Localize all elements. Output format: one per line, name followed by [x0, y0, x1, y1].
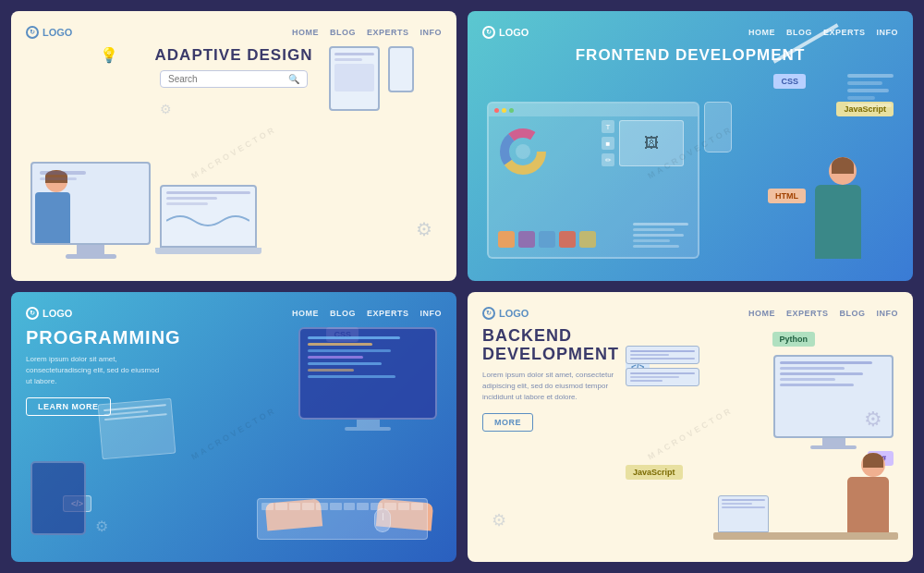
tool-icon-3: ✏: [602, 153, 614, 166]
logo-text-1: LOGO: [43, 27, 72, 38]
nav-info-2[interactable]: INFO: [877, 28, 899, 37]
key: [411, 503, 423, 510]
rline-3: [847, 89, 889, 92]
nav-experts-1[interactable]: EXPERTS: [367, 28, 409, 37]
nav-blog-4[interactable]: BLOG: [840, 309, 866, 318]
nav-info-3[interactable]: INFO: [420, 309, 443, 318]
dl-line: [722, 499, 765, 501]
nav-home-2[interactable]: HOME: [748, 28, 775, 37]
search-icon: 🔍: [288, 74, 299, 84]
cp-line: [630, 354, 669, 356]
logo-text-2: LOGO: [499, 27, 529, 38]
nav-info-1[interactable]: INFO: [420, 28, 443, 37]
hair-4: [863, 453, 883, 468]
card-4-nav: ↻ LOGO HOME EXPERTS BLOG INFO: [482, 307, 898, 320]
tablet-prog: [30, 461, 86, 535]
desk-laptop: [718, 495, 769, 532]
monitor-base-3: [345, 427, 391, 431]
js-badge-4: JavaScript: [626, 465, 683, 480]
search-input[interactable]: [168, 74, 288, 84]
bcode-5: [780, 384, 854, 386]
card-3-body: PROGRAMMING Lorem ipsum dolor sit amet, …: [26, 327, 442, 540]
logo-3: ↻ LOGO: [26, 307, 72, 320]
tool-icon-2: ■: [602, 137, 614, 150]
nav-blog-1[interactable]: BLOG: [330, 28, 356, 37]
nav-blog-2[interactable]: BLOG: [786, 28, 812, 37]
desk-laptop-screen: [719, 496, 768, 511]
key: [302, 503, 314, 510]
card-1-nav: ↻ LOGO HOME BLOG EXPERTS INFO: [26, 26, 442, 39]
card-3-desc: Lorem ipsum dolor sit amet, consectetura…: [26, 354, 164, 387]
key: [275, 503, 287, 510]
mouse-line: [383, 513, 383, 520]
svg-point-3: [516, 144, 530, 159]
right-code-lines: [847, 74, 898, 107]
gear-icon-2: ⚙: [160, 102, 172, 116]
watermark-3: MACROVECTOR: [189, 406, 277, 462]
card-programming: ↻ LOGO HOME BLOG EXPERTS INFO PROGRAMMIN…: [11, 292, 456, 562]
nav-home-4[interactable]: HOME: [748, 309, 775, 318]
card-1-title-area: ADAPTIVE DESIGN 🔍: [26, 46, 442, 88]
browser-bar: [489, 104, 698, 116]
card-3-nav: ↻ LOGO HOME BLOG EXPERTS INFO: [26, 307, 442, 320]
card-2-body: FRONTEND DEVELOPMENT CSS JavaScript HTML: [482, 46, 898, 259]
laptop-wave-svg: [166, 210, 249, 233]
right-panel: [847, 74, 898, 107]
toolbar-icons: T ■ ✏: [602, 120, 614, 166]
bcode-4: [780, 378, 835, 381]
swatch-2: [518, 231, 535, 248]
programming-monitor: [298, 327, 437, 420]
mcode-4: [308, 356, 363, 359]
person-body-4: [847, 477, 889, 532]
cp-line2: [630, 372, 695, 374]
card-frontend-development: ↻ LOGO HOME BLOG EXPERTS INFO FRONTEND D…: [468, 11, 913, 281]
code-panels: [626, 346, 699, 386]
key: [398, 503, 410, 510]
nav-experts-3[interactable]: EXPERTS: [367, 309, 409, 318]
nav-info-4[interactable]: INFO: [877, 309, 899, 318]
bcode-3: [780, 372, 863, 375]
card-4-desc: Lorem ipsum dolor sit amet, consectetur …: [482, 370, 616, 403]
backend-screen: ⚙: [773, 355, 894, 438]
image-icon: 🖼: [644, 135, 659, 152]
card-backend-development: ↻ LOGO HOME EXPERTS BLOG INFO BACKENDDEV…: [468, 292, 913, 562]
nav-home-3[interactable]: HOME: [292, 309, 319, 318]
laptop-line-1: [166, 191, 250, 194]
cp-line: [630, 350, 695, 352]
logo-text-3: LOGO: [43, 308, 72, 319]
person-body-2: [815, 185, 861, 259]
card-4-title: BACKENDDEVELOPMENT: [482, 327, 616, 364]
mcode-1: [308, 336, 400, 339]
doc-line: [103, 404, 166, 411]
code-panel-1: [626, 346, 699, 364]
bcode-2: [780, 367, 845, 370]
browser-dot-3: [509, 108, 514, 113]
card-4-text: BACKENDDEVELOPMENT Lorem ipsum dolor sit…: [482, 327, 616, 432]
nav-experts-4[interactable]: EXPERTS: [786, 309, 829, 318]
nav-home-1[interactable]: HOME: [292, 28, 319, 37]
code-line-1: [633, 223, 688, 226]
keyboard-keys: [258, 499, 427, 514]
laptop-body: [155, 248, 261, 254]
rline-2: [847, 81, 882, 85]
mcode-5: [308, 362, 382, 365]
code-line-3: [633, 234, 684, 237]
backend-stand: [822, 438, 845, 445]
card-2-title: FRONTEND DEVELOPMENT: [482, 46, 898, 65]
code-panel-2: [626, 368, 699, 386]
code-lines: [633, 223, 688, 248]
rline-1: [847, 74, 894, 78]
more-button[interactable]: MORE: [482, 413, 533, 432]
key: [344, 503, 356, 510]
mcode-7: [308, 375, 395, 378]
backend-monitor: ⚙: [773, 355, 894, 449]
search-bar[interactable]: 🔍: [160, 70, 308, 88]
cp-line2: [630, 380, 663, 382]
backend-code: [775, 357, 892, 391]
logo-text-4: LOGO: [499, 308, 529, 319]
cp-line: [630, 358, 695, 360]
screen-line-2: [40, 177, 77, 180]
card-3-title: PROGRAMMING: [26, 327, 164, 348]
nav-blog-3[interactable]: BLOG: [330, 309, 356, 318]
mcode-3: [308, 349, 391, 352]
